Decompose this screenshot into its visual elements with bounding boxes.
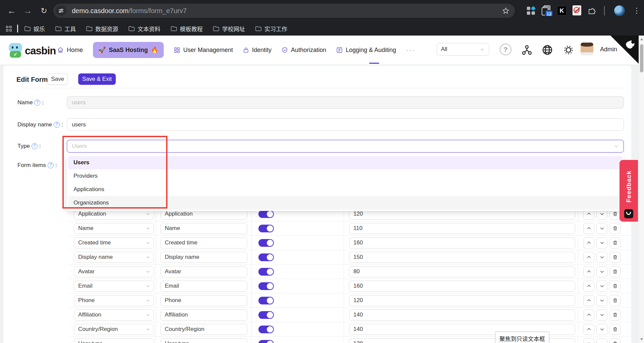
nav-item-identity[interactable]: Identity — [243, 47, 271, 54]
delete-button[interactable] — [609, 266, 621, 277]
visible-toggle[interactable] — [258, 297, 274, 304]
delete-button[interactable] — [609, 237, 621, 248]
scrollbar-thumb[interactable] — [640, 44, 643, 72]
field-select[interactable]: User type — [74, 338, 154, 343]
visible-toggle[interactable] — [258, 239, 274, 247]
forward-icon[interactable]: → — [22, 5, 34, 17]
move-down-button[interactable] — [596, 281, 607, 292]
field-select[interactable]: Affiliation — [74, 309, 154, 321]
browser-profile-avatar[interactable] — [614, 5, 625, 16]
move-down-button[interactable] — [596, 266, 607, 277]
field-select[interactable]: Country/Region — [74, 324, 154, 335]
move-down-button[interactable] — [596, 324, 607, 335]
organization-filter-select[interactable]: All — [437, 43, 489, 56]
move-up-button[interactable] — [583, 237, 594, 248]
visible-toggle[interactable] — [258, 210, 274, 218]
nav-item-home[interactable]: Home — [57, 47, 83, 54]
casbin-logo[interactable]: ✓ — [8, 42, 23, 58]
save-exit-button[interactable]: Save & Exit — [78, 73, 116, 85]
move-down-button[interactable] — [596, 295, 607, 306]
field-select[interactable]: Avatar — [74, 266, 154, 277]
browser-menu-icon[interactable]: ⋮ — [633, 6, 640, 16]
move-up-button[interactable] — [583, 324, 594, 335]
display-name-input[interactable]: users — [67, 118, 624, 131]
field-select[interactable]: Phone — [74, 295, 154, 306]
visible-toggle[interactable] — [258, 311, 274, 319]
nav-item-authorization[interactable]: Authorization — [282, 47, 326, 54]
feedback-tab[interactable]: Feedback — [620, 160, 638, 222]
move-up-button[interactable] — [583, 338, 594, 343]
display-name-cell-input[interactable]: Email — [160, 281, 247, 292]
name-input[interactable]: users — [67, 96, 624, 109]
move-up-button[interactable] — [583, 266, 594, 277]
visible-toggle[interactable] — [258, 282, 274, 290]
display-name-cell-input[interactable]: Country/Region — [160, 324, 247, 335]
help-icon[interactable]: ? — [500, 44, 511, 55]
display-name-cell-input[interactable]: Phone — [160, 295, 247, 306]
display-name-cell-input[interactable]: Avatar — [160, 266, 247, 277]
move-down-button[interactable] — [596, 237, 607, 248]
bookmark-folder[interactable]: 娱乐 — [24, 24, 45, 33]
field-select[interactable]: Display name — [74, 252, 154, 263]
reload-icon[interactable]: ↻ — [38, 5, 50, 17]
nav-item--[interactable]: ··· — [406, 46, 415, 54]
delete-button[interactable] — [609, 223, 621, 234]
visible-toggle[interactable] — [258, 225, 274, 232]
visible-toggle[interactable] — [258, 326, 274, 333]
display-name-cell-input[interactable]: User type — [160, 338, 247, 343]
field-select[interactable]: Created time — [74, 237, 154, 248]
address-bar[interactable]: demo.casdoor.com/forms/form_e7urv7 — [53, 4, 515, 18]
width-input[interactable]: 150 — [349, 252, 575, 263]
field-select[interactable]: Name — [74, 223, 154, 234]
width-input[interactable]: 80 — [349, 266, 575, 277]
nav-item-logging-auditing[interactable]: Logging & Auditing — [336, 47, 396, 54]
delete-button[interactable] — [609, 324, 621, 335]
bookmark-folder[interactable]: 数据资源 — [86, 24, 118, 33]
move-up-button[interactable] — [583, 281, 594, 292]
site-settings-icon[interactable] — [56, 5, 66, 16]
nav-item-user-management[interactable]: User Management — [174, 47, 233, 54]
extensions-puzzle-icon[interactable] — [589, 7, 597, 15]
delete-button[interactable] — [609, 295, 621, 306]
bookmark-folder[interactable]: 文本资料 — [128, 24, 160, 33]
visible-toggle[interactable] — [258, 340, 274, 343]
brand-name[interactable]: casbin — [25, 45, 56, 57]
move-down-button[interactable] — [596, 252, 607, 263]
field-select[interactable]: Email — [74, 281, 154, 292]
display-name-cell-input[interactable]: Created time — [160, 237, 247, 248]
theme-sun-icon[interactable] — [562, 44, 575, 56]
bookmark-folder[interactable]: 学校网址 — [213, 24, 245, 33]
display-name-cell-input[interactable]: Display name — [160, 252, 247, 263]
visible-toggle[interactable] — [258, 268, 274, 276]
width-input[interactable]: 160 — [349, 237, 575, 248]
delete-button[interactable] — [609, 252, 621, 263]
back-icon[interactable]: ← — [6, 5, 17, 17]
apps-grid-icon[interactable] — [6, 26, 12, 32]
bookmark-star-icon[interactable] — [502, 7, 509, 14]
sitemap-icon[interactable] — [521, 44, 533, 56]
visible-toggle[interactable] — [258, 253, 274, 261]
move-up-button[interactable] — [583, 309, 594, 321]
display-name-cell-input[interactable]: Affiliation — [160, 309, 247, 321]
user-avatar[interactable] — [581, 43, 593, 55]
width-input[interactable]: 120 — [349, 295, 575, 306]
move-down-button[interactable] — [596, 309, 607, 321]
tab-stack-extension-icon[interactable]: 12 — [542, 5, 552, 15]
bookmark-folder[interactable]: 工具 — [55, 24, 76, 33]
move-up-button[interactable] — [583, 295, 594, 306]
save-button[interactable]: Save — [47, 73, 68, 85]
move-down-button[interactable] — [596, 338, 607, 343]
width-input[interactable]: 110 — [349, 223, 575, 234]
scroll-down-icon[interactable] — [640, 338, 643, 340]
url-blocker-extension-icon[interactable]: URL — [573, 5, 581, 15]
nav-item-saas-hosting[interactable]: 🚀SaaS Hosting🔥 — [93, 42, 164, 58]
delete-button[interactable] — [609, 309, 621, 321]
k-extension-icon[interactable]: K — [557, 6, 566, 15]
scroll-up-icon[interactable] — [640, 38, 643, 40]
delete-button[interactable] — [609, 281, 621, 292]
move-up-button[interactable] — [583, 223, 594, 234]
display-name-cell-input[interactable]: Name — [160, 223, 247, 234]
width-input[interactable]: 160 — [349, 281, 575, 292]
delete-button[interactable] — [609, 338, 621, 343]
bento-extension-icon[interactable] — [526, 6, 536, 15]
